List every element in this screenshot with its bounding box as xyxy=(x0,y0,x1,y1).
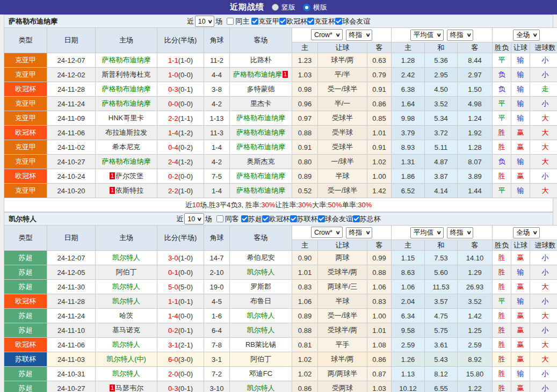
match-type-badge: 苏超 xyxy=(4,265,47,280)
league-filters: 克亚甲欧冠杯克亚杯球会友谊 xyxy=(251,17,370,26)
match-count-select[interactable]: 10 ∨ xyxy=(195,16,215,27)
scope-select[interactable]: 全场∨ xyxy=(513,30,540,41)
league-filter[interactable]: 克亚甲 xyxy=(251,17,279,26)
league-filter[interactable]: 苏超 xyxy=(241,214,262,224)
league-filter[interactable]: 欧冠杯 xyxy=(279,17,307,26)
odds-time-select-2[interactable]: 终指∨ xyxy=(447,227,474,238)
team-name[interactable]: RB莱比锡 xyxy=(245,340,276,349)
league-filter[interactable]: 欧冠杯 xyxy=(262,214,290,224)
team-name[interactable]: 阿伯丁 xyxy=(250,355,271,363)
team-name[interactable]: 萨尔茨堡 xyxy=(115,172,143,180)
team-name[interactable]: 基马诺克 xyxy=(112,326,140,334)
match-type-badge: 苏超 xyxy=(4,309,47,323)
radio-unselected-icon[interactable] xyxy=(272,4,279,11)
checkbox-checked-icon[interactable] xyxy=(262,215,269,222)
corner-score: 14-7 xyxy=(204,251,230,265)
team-name[interactable]: 凯尔特人(中) xyxy=(106,355,146,363)
match-rows: 苏超24-12-07凯尔特人3-0(1-0)14-7希伯尼安0.90两球0.99… xyxy=(4,251,557,392)
team-name[interactable]: 萨格勒布迪纳摩 xyxy=(102,99,151,107)
team-name[interactable]: 比路朴 xyxy=(250,56,271,64)
avg-odds-draw: 4.87 xyxy=(425,155,458,169)
crow-odds-handicap: 两球半/三 xyxy=(318,280,367,294)
team-name[interactable]: 萨格勒布迪纳摩 xyxy=(102,157,151,165)
team-name[interactable]: 希本尼克 xyxy=(112,143,140,151)
bookmaker-select[interactable]: Crow*∨ xyxy=(311,29,343,40)
odds-time-select[interactable]: 终指∨ xyxy=(346,227,373,238)
match-row: 克亚甲24-10-27萨格勒布迪纳摩2-4(1-2)4-2奥斯杰克0.80一/球… xyxy=(4,155,557,169)
team-name[interactable]: 布鲁日 xyxy=(250,297,271,305)
team-name[interactable]: 罗斯郡 xyxy=(250,282,271,291)
checkbox-checked-icon[interactable] xyxy=(353,215,360,222)
league-filter[interactable]: 球会友谊 xyxy=(318,214,353,224)
team-name[interactable]: 萨格勒布迪纳摩 xyxy=(233,70,282,78)
team-section-celtic: 凯尔特人 近 10 ∨ 场 同客 苏超欧冠杯苏联杯球会友谊苏总杯 xyxy=(4,212,553,392)
team-name[interactable]: 凯尔特人 xyxy=(247,311,275,320)
team-name[interactable]: HNK哥里卡 xyxy=(108,114,144,122)
checkbox-checked-icon[interactable] xyxy=(279,18,286,25)
team-name[interactable]: 凯尔特人 xyxy=(112,282,140,291)
checkbox-checked-icon[interactable] xyxy=(307,18,314,25)
match-row: 克亚甲24-11-09HNK哥里卡2-2(1-1)1-13萨格勒布迪纳摩0.97… xyxy=(4,111,557,126)
team-name[interactable]: 凯尔特人 xyxy=(247,268,275,276)
result-handicap: 输 xyxy=(511,184,530,198)
layout-radio-horizontal[interactable]: 横版 xyxy=(303,3,327,12)
team-name[interactable]: 哈茨 xyxy=(119,311,133,320)
league-filter[interactable]: 球会友谊 xyxy=(335,17,370,26)
away-team-cell: 布鲁日 xyxy=(230,294,292,309)
odds-time-select-2[interactable]: 终指∨ xyxy=(447,30,474,41)
scope-select[interactable]: 全场∨ xyxy=(513,227,540,238)
checkbox-checked-icon[interactable] xyxy=(251,18,258,25)
team-name[interactable]: 凯尔特人 xyxy=(247,326,275,334)
team-name[interactable]: 希伯尼安 xyxy=(247,253,275,262)
team-name[interactable]: 凯尔特人 xyxy=(247,384,275,392)
team-name[interactable]: 萨格勒布迪纳摩 xyxy=(236,186,285,194)
team-name[interactable]: 萨格勒布迪纳摩 xyxy=(102,85,151,93)
team-name[interactable]: 奥斯杰克 xyxy=(247,157,275,165)
layout-radio-vertical[interactable]: 竖版 xyxy=(272,3,295,12)
league-filter[interactable]: 苏总杯 xyxy=(353,214,381,224)
team-name[interactable]: 阿伯丁 xyxy=(116,268,137,276)
same-venue-filter[interactable]: 同客 xyxy=(216,214,239,224)
team-name[interactable]: 萨格勒布迪纳摩 xyxy=(236,114,285,122)
avg-odds-home: 6.52 xyxy=(392,184,425,198)
average-select[interactable]: 平均值∨ xyxy=(410,30,444,41)
team-name[interactable]: 里杰卡 xyxy=(250,99,271,107)
team-name[interactable]: 萨格勒布迪纳摩 xyxy=(236,143,285,151)
checkbox-checked-icon[interactable] xyxy=(241,215,248,222)
crow-odds-handicap: 球半/两 xyxy=(318,352,367,367)
result-win-draw-loss: 负 xyxy=(493,155,511,169)
match-count-value: 10 xyxy=(198,18,206,25)
team-name[interactable]: 邓迪FC xyxy=(249,369,272,378)
match-count-select[interactable]: 10 ∨ xyxy=(184,213,204,224)
result-goals: 小 xyxy=(530,323,557,338)
checkbox-checked-icon[interactable] xyxy=(290,215,297,222)
team-name[interactable]: 凯尔特人 xyxy=(112,297,140,305)
checkbox-unchecked-icon[interactable] xyxy=(227,18,234,25)
team-name[interactable]: 萨格勒布迪纳摩 xyxy=(236,128,285,136)
league-filter[interactable]: 克亚杯 xyxy=(307,17,335,26)
odds-time-select[interactable]: 终指∨ xyxy=(346,30,373,41)
team-name[interactable]: 凯尔特人 xyxy=(112,369,140,378)
team-name[interactable]: 萨格勒布迪纳摩 xyxy=(102,56,151,64)
team-name[interactable]: 布拉迪斯拉发 xyxy=(105,128,147,136)
home-team-cell: 凯尔特人(中) xyxy=(96,352,157,367)
match-row: 欧冠杯24-10-241萨尔茨堡0-2(0-0)7-5萨格勒布迪纳摩0.89半球… xyxy=(4,169,557,184)
home-team-cell: 基马诺克 xyxy=(96,323,157,338)
team-name[interactable]: 依斯特拉 xyxy=(115,186,143,194)
fulltime-score: 0-3 xyxy=(168,85,178,93)
team-name[interactable]: 斯普利特海杜克 xyxy=(102,70,151,78)
checkbox-checked-icon[interactable] xyxy=(318,215,325,222)
checkbox-checked-icon[interactable] xyxy=(335,18,342,25)
team-name[interactable]: 多特蒙德 xyxy=(247,85,275,93)
radio-selected-icon[interactable] xyxy=(303,4,310,11)
team-name[interactable]: 凯尔特人 xyxy=(112,253,140,262)
team-name[interactable]: 凯尔特人 xyxy=(112,340,140,349)
league-filter[interactable]: 苏联杯 xyxy=(290,214,318,224)
same-venue-filter[interactable]: 同主 xyxy=(227,17,249,26)
average-select[interactable]: 平均值∨ xyxy=(410,227,444,238)
checkbox-unchecked-icon[interactable] xyxy=(216,215,223,222)
league-filter-label: 苏联杯 xyxy=(297,214,318,224)
team-name[interactable]: 马瑟韦尔 xyxy=(115,384,143,392)
bookmaker-select[interactable]: Crow*∨ xyxy=(311,227,343,238)
team-name[interactable]: 萨格勒布迪纳摩 xyxy=(236,172,285,180)
